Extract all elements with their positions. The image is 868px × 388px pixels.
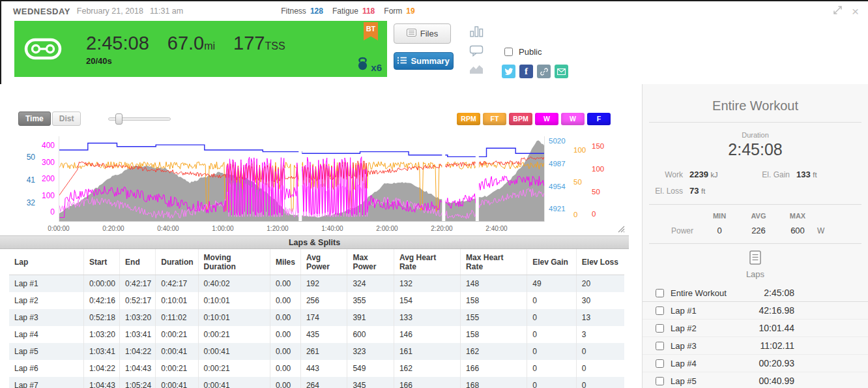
table-cell: 0:00:21 <box>156 326 198 343</box>
summary-button[interactable]: Summary <box>394 52 454 70</box>
header-zone: WEDNESDAY February 21, 2018 11:31 am Fit… <box>0 1 868 84</box>
twitter-share-button[interactable] <box>502 65 515 78</box>
column-header[interactable]: Elev Loss <box>576 249 624 275</box>
table-cell: 0 <box>527 360 577 377</box>
area-chart-icon[interactable] <box>469 64 484 77</box>
graph-plot[interactable] <box>59 136 545 222</box>
series-toggle-f[interactable]: F <box>587 113 611 125</box>
table-row[interactable]: Lap #30:52:181:03:200:11:020:10:010.0017… <box>9 309 624 326</box>
table-row[interactable]: Lap #10:00:000:42:170:42:170:40:020.0019… <box>9 275 624 293</box>
table-cell: 162 <box>461 343 527 360</box>
bar-chart-icon[interactable] <box>469 25 484 40</box>
table-row[interactable]: Lap #51:03:411:04:220:00:410:00:410.0026… <box>9 343 624 360</box>
x-tick: 1:40:00 <box>321 225 343 232</box>
workout-summary-banner[interactable]: 2:45:08 67.0mi 177TSS 20/40s BT <box>14 21 387 77</box>
table-cell: 1:03:41 <box>83 343 119 360</box>
column-header[interactable]: Max Heart Rate <box>461 249 527 275</box>
column-header[interactable]: Avg Heart Rate <box>394 249 460 275</box>
comment-icon[interactable] <box>469 45 484 59</box>
series-toggle-rpm[interactable]: RPM <box>457 113 480 125</box>
analysis-icons <box>469 25 484 77</box>
table-header-row: LapStartEndDurationMoving DurationMilesA… <box>9 249 624 275</box>
files-icon <box>407 29 416 38</box>
table-cell: 261 <box>300 343 347 360</box>
lap-list-item[interactable]: Lap #210:01.44 <box>643 320 868 337</box>
power-min: 0 <box>700 226 739 235</box>
slider-handle[interactable] <box>115 113 123 125</box>
right-axis-cadence: 100500 <box>573 147 589 218</box>
lap-list-item[interactable]: Lap #500:40.99 <box>643 372 868 388</box>
column-header[interactable]: Avg Power <box>300 249 347 275</box>
social-share-row: f <box>502 65 568 78</box>
lap-list-item[interactable]: Lap #311:02.11 <box>643 337 868 355</box>
series-toggle-ft[interactable]: FT <box>483 113 506 125</box>
header-day: WEDNESDAY <box>13 7 70 16</box>
table-cell: Lap #3 <box>9 309 83 326</box>
lap-checkbox[interactable] <box>656 306 664 315</box>
table-row[interactable]: Lap #61:04:221:04:430:00:210:00:210.0044… <box>9 360 624 377</box>
axis-tick: 5020 <box>549 138 571 145</box>
table-row[interactable]: Lap #71:04:431:05:240:00:410:00:410.0026… <box>9 377 624 388</box>
lap-checkbox[interactable] <box>656 359 664 368</box>
lap-list-item[interactable]: Lap #142:16.98 <box>643 302 868 320</box>
column-header[interactable]: End <box>120 249 156 275</box>
series-toggle-w[interactable]: W <box>535 113 558 125</box>
table-cell: 0:52:17 <box>120 292 156 309</box>
lap-checkbox[interactable] <box>656 342 664 350</box>
dist-toggle-button[interactable]: Dist <box>52 112 81 126</box>
panel-splitter[interactable] <box>629 84 642 388</box>
max-header: MAX <box>778 212 817 220</box>
column-header[interactable]: Moving Duration <box>198 249 270 275</box>
close-icon[interactable]: × <box>852 5 859 18</box>
table-cell: Lap #6 <box>9 360 83 377</box>
left-axis-speed: 504132 <box>18 153 35 207</box>
expand-icon[interactable] <box>833 5 843 18</box>
kettlebell-icon <box>356 57 369 73</box>
bike-icon <box>14 38 72 60</box>
table-cell: 132 <box>394 275 460 293</box>
column-header[interactable]: Duration <box>156 249 198 275</box>
lap-checkbox[interactable] <box>656 289 664 297</box>
table-cell: 0 <box>576 360 624 377</box>
column-header[interactable]: Lap <box>9 249 83 275</box>
lap-checkbox[interactable] <box>656 377 664 385</box>
column-header[interactable]: Elev Gain <box>527 249 577 275</box>
table-cell: 161 <box>394 343 460 360</box>
public-checkbox[interactable] <box>504 48 513 56</box>
lap-list-item[interactable]: Entire Workout2:45:08 <box>643 284 868 302</box>
table-cell: 0 <box>576 377 624 388</box>
elloss-value: 73 ft <box>689 186 756 196</box>
lap-list-item[interactable]: Lap #400:20.93 <box>643 355 868 372</box>
table-cell: 0:10:01 <box>198 292 270 309</box>
axis-tick: 4921 <box>549 205 571 213</box>
lap-checkbox[interactable] <box>656 324 664 333</box>
table-cell: 1:03:20 <box>83 326 119 343</box>
resize-handle-icon[interactable] <box>618 224 625 235</box>
workout-graph[interactable]: 504132 4003002001000 5020498749544921 10… <box>0 132 629 235</box>
table-row[interactable]: Lap #20:42:160:52:170:10:010:10:010.0025… <box>9 292 624 309</box>
table-cell: 0:42:17 <box>120 275 156 293</box>
table-cell: 0:00:00 <box>83 275 119 293</box>
column-header[interactable]: Miles <box>270 249 300 275</box>
x-tick: 2:40:00 <box>485 225 507 232</box>
column-header[interactable]: Max Power <box>347 249 394 275</box>
table-cell: 155 <box>461 309 527 326</box>
table-cell: 166 <box>394 377 460 388</box>
files-button[interactable]: Files <box>394 23 451 44</box>
table-cell: 0.00 <box>270 275 300 293</box>
laps-selection-list: Entire Workout2:45:08Lap #142:16.98Lap #… <box>643 284 868 388</box>
table-cell: 0 <box>576 343 624 360</box>
mail-share-button[interactable] <box>555 65 568 78</box>
smoothing-slider[interactable] <box>108 117 171 121</box>
table-cell: 0:52:18 <box>83 309 119 326</box>
series-toggle-bpm[interactable]: BPM <box>509 113 532 125</box>
table-cell: 146 <box>394 326 460 343</box>
table-row[interactable]: Lap #41:03:201:03:410:00:210:00:210.0043… <box>9 326 624 343</box>
table-cell: 168 <box>461 377 527 388</box>
facebook-share-button[interactable]: f <box>519 65 533 78</box>
column-header[interactable]: Start <box>83 249 119 275</box>
series-toggle-w[interactable]: W <box>561 113 585 125</box>
table-cell: 391 <box>347 309 394 326</box>
link-share-button[interactable] <box>537 65 551 78</box>
time-toggle-button[interactable]: Time <box>18 112 51 126</box>
